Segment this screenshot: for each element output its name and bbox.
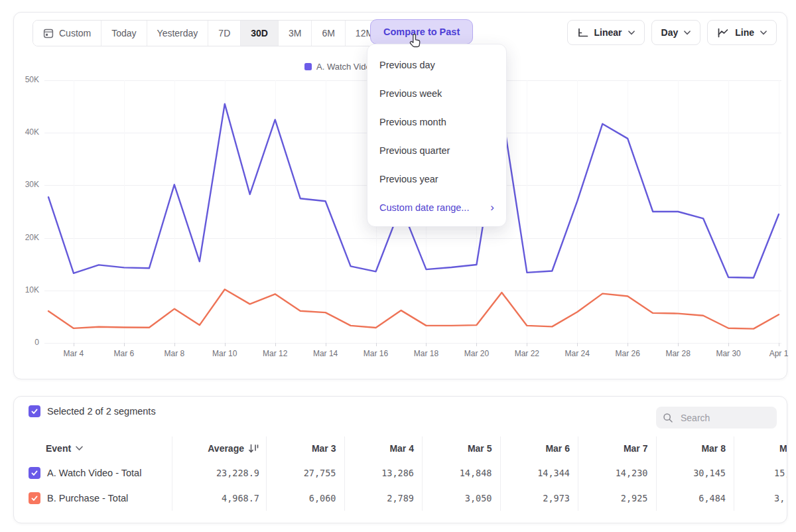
compare-to-past-menu: Previous dayPrevious weekPrevious monthP… — [367, 44, 507, 227]
value-cell: 30,145 — [656, 460, 734, 486]
range-button-label: 6M — [322, 28, 334, 38]
event-cell: A. Watch Video - Total — [14, 460, 172, 486]
chevron-down-icon — [76, 446, 83, 451]
menu-item-previous-week[interactable]: Previous week — [367, 79, 506, 107]
value-cell: 27,755 — [266, 460, 344, 486]
scale-dropdown-label: Linear — [594, 27, 622, 38]
range-button-6m[interactable]: 6M — [311, 21, 344, 46]
sort-descending-icon — [248, 444, 259, 454]
calendar-icon — [43, 28, 54, 38]
column-header-event[interactable]: Event — [14, 436, 172, 460]
range-button-label: 3M — [289, 28, 301, 38]
selected-segments-label: Selected 2 of 2 segments — [47, 406, 156, 417]
column-header-label: Mar 7 — [624, 443, 648, 454]
scale-dropdown[interactable]: Linear — [567, 20, 645, 45]
menu-item-previous-day[interactable]: Previous day — [367, 50, 506, 79]
event-name: A. Watch Video - Total — [47, 468, 141, 478]
interval-dropdown[interactable]: Day — [651, 20, 701, 45]
search-input[interactable] — [679, 412, 768, 424]
value-cell: 6,060 — [266, 486, 344, 511]
value-cell: 2,973 — [500, 486, 578, 511]
menu-item-custom-date-range[interactable]: Custom date range...› — [367, 193, 506, 222]
column-header-mar-6[interactable]: Mar 6 — [500, 436, 578, 460]
average-cell: 4,968.7 — [172, 486, 266, 511]
column-header-mar-8[interactable]: Mar 8 — [656, 436, 734, 460]
clipped-value-cell: 15, — [734, 460, 787, 486]
column-header-label: Mar 4 — [389, 443, 414, 454]
search-icon — [663, 413, 673, 423]
axis-scale-icon — [577, 28, 588, 38]
row-checkbox[interactable] — [29, 492, 40, 504]
range-button-today[interactable]: Today — [101, 21, 146, 46]
row-checkbox[interactable] — [29, 467, 40, 479]
chevron-down-icon — [760, 31, 767, 35]
chevron-down-icon — [684, 31, 691, 35]
search-box[interactable] — [656, 407, 777, 429]
range-button-label: 30D — [251, 28, 268, 38]
chevron-down-icon — [628, 31, 635, 35]
clipped-value-cell: 3, — [734, 486, 787, 511]
value-cell: 14,848 — [422, 460, 500, 486]
event-cell: B. Purchase - Total — [14, 486, 172, 511]
select-all-checkbox[interactable] — [29, 405, 40, 417]
column-header-label: Mar 8 — [701, 443, 726, 454]
average-cell: 23,228.9 — [172, 460, 266, 486]
value-cell: 2,789 — [344, 486, 423, 511]
range-button-yesterday[interactable]: Yesterday — [147, 21, 208, 46]
range-button-label: Today — [111, 28, 136, 38]
column-header-mar-3[interactable]: Mar 3 — [266, 436, 344, 460]
menu-item-previous-quarter[interactable]: Previous quarter — [367, 136, 506, 165]
value-cell: 13,286 — [344, 460, 423, 486]
column-header-average[interactable]: Average — [172, 436, 266, 460]
column-header-label: Average — [208, 443, 244, 454]
segments-table-card: Selected 2 of 2 segments EventAverageMar… — [13, 396, 787, 523]
line-chart-icon — [717, 28, 729, 38]
range-button-label: Yesterday — [157, 28, 198, 38]
range-button-3m[interactable]: 3M — [278, 21, 311, 46]
menu-item-label: Custom date range... — [379, 202, 469, 213]
chevron-right-icon: › — [490, 202, 494, 213]
value-cell: 2,925 — [578, 486, 656, 511]
analytics-dashboard: { "toolbar": { "date_ranges": ["Custom",… — [0, 0, 796, 532]
column-header-mar-4[interactable]: Mar 4 — [344, 436, 423, 460]
menu-item-previous-year[interactable]: Previous year — [367, 165, 506, 193]
table-row[interactable]: B. Purchase - Total4,968.76,0602,7893,05… — [14, 486, 787, 511]
chart-type-dropdown-label: Line — [735, 27, 754, 38]
column-header-label: M — [779, 443, 787, 454]
column-header-mar-7[interactable]: Mar 7 — [578, 436, 656, 460]
value-cell: 14,230 — [578, 460, 656, 486]
compare-to-past-button[interactable]: Compare to Past — [370, 19, 473, 44]
chart-controls: Linear Day Line — [567, 20, 777, 45]
range-button-7d[interactable]: 7D — [208, 21, 240, 46]
column-header-label: Mar 3 — [312, 443, 336, 454]
value-cell: 6,484 — [656, 486, 734, 511]
value-cell: 3,050 — [422, 486, 500, 511]
table-header-row: EventAverageMar 3Mar 4Mar 5Mar 6Mar 7Mar… — [14, 436, 787, 460]
date-range-group: CustomTodayYesterday7D30D3M6M12M — [33, 20, 384, 46]
range-button-label: 7D — [218, 28, 230, 38]
range-button-label: Custom — [59, 28, 91, 38]
column-header-label: Event — [46, 443, 71, 454]
interval-dropdown-label: Day — [661, 27, 679, 38]
column-header-label: Mar 5 — [468, 443, 492, 454]
range-button-30d[interactable]: 30D — [240, 21, 278, 46]
chart-type-dropdown[interactable]: Line — [707, 20, 777, 45]
menu-item-previous-month[interactable]: Previous month — [367, 107, 506, 136]
value-cell: 14,344 — [500, 460, 578, 486]
event-name: B. Purchase - Total — [47, 493, 128, 503]
table-row[interactable]: A. Watch Video - Total23,228.927,75513,2… — [14, 460, 787, 486]
series-line-purchase[interactable] — [48, 289, 779, 328]
column-header-mar-5[interactable]: Mar 5 — [422, 436, 500, 460]
column-header-label: Mar 6 — [545, 443, 570, 454]
range-button-custom[interactable]: Custom — [33, 21, 101, 46]
segments-table: EventAverageMar 3Mar 4Mar 5Mar 6Mar 7Mar… — [14, 436, 787, 511]
column-header-clipped: M — [734, 436, 787, 460]
